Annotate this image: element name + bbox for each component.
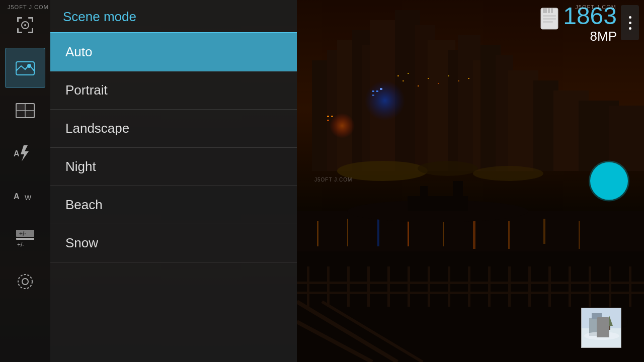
sidebar-item-flash[interactable]: A [5, 133, 45, 173]
svg-rect-115 [543, 15, 556, 17]
svg-rect-69 [528, 266, 531, 307]
svg-rect-116 [543, 18, 556, 20]
sidebar-item-settings[interactable] [5, 261, 45, 302]
svg-text:+/-: +/- [19, 230, 26, 237]
storage-icon [540, 6, 559, 33]
svg-rect-66 [468, 266, 470, 307]
svg-rect-22 [317, 221, 318, 246]
svg-point-109 [22, 279, 28, 285]
sidebar-item-wb[interactable]: A W [5, 176, 45, 216]
svg-rect-23 [347, 219, 348, 246]
svg-rect-89 [17, 28, 19, 33]
svg-point-126 [598, 328, 604, 336]
svg-rect-44 [428, 78, 429, 79]
svg-rect-24 [377, 216, 379, 246]
svg-point-31 [365, 80, 405, 121]
svg-rect-55 [420, 186, 428, 211]
svg-rect-72 [589, 266, 591, 307]
svg-rect-70 [548, 266, 551, 307]
svg-rect-41 [403, 80, 404, 81]
svg-rect-85 [17, 17, 19, 22]
thumbnail-preview[interactable] [581, 308, 621, 348]
svg-rect-68 [508, 266, 511, 307]
svg-rect-47 [458, 80, 459, 81]
filter-icon [14, 100, 36, 122]
svg-rect-37 [327, 116, 329, 117]
svg-marker-102 [21, 145, 29, 161]
svg-rect-74 [629, 266, 631, 307]
svg-rect-87 [32, 17, 33, 22]
svg-rect-62 [387, 266, 390, 307]
svg-rect-46 [448, 75, 449, 76]
svg-point-125 [584, 332, 619, 340]
svg-rect-48 [468, 78, 469, 79]
sidebar: A A W +/- +/- [0, 0, 50, 362]
svg-rect-119 [582, 308, 621, 328]
svg-rect-45 [438, 83, 439, 84]
svg-rect-34 [376, 90, 378, 92]
wb-icon: A W [13, 185, 38, 207]
svg-rect-33 [372, 90, 374, 92]
scene-panel: Scene mode Auto Portrait Landscape Night… [50, 0, 297, 362]
svg-rect-114 [551, 8, 553, 13]
svg-rect-60 [347, 266, 350, 307]
capture-button[interactable] [590, 162, 628, 200]
svg-text:+/-: +/- [17, 241, 24, 248]
svg-rect-73 [609, 266, 611, 307]
sidebar-item-focus[interactable] [5, 5, 45, 45]
scene-item-night[interactable]: Night [50, 148, 297, 186]
svg-point-127 [599, 326, 603, 330]
watermark-center: J5OFT J.COM [314, 177, 352, 183]
watermark-top-left: J5OFT J.COM [8, 4, 49, 10]
svg-rect-40 [397, 75, 399, 76]
settings-icon [14, 270, 36, 293]
svg-rect-71 [569, 266, 571, 307]
sidebar-item-filter[interactable] [5, 90, 45, 131]
svg-rect-43 [418, 85, 419, 86]
svg-rect-25 [408, 221, 409, 246]
svg-rect-29 [543, 219, 545, 244]
svg-rect-28 [508, 221, 510, 249]
svg-rect-61 [367, 266, 370, 307]
svg-rect-99 [16, 111, 25, 118]
scene-mode-title: Scene mode [50, 0, 297, 33]
scene-item-auto[interactable]: Auto [50, 33, 297, 71]
svg-rect-122 [592, 313, 602, 319]
shot-count-block: 1863 8MP [563, 4, 617, 45]
svg-rect-98 [25, 104, 34, 111]
svg-rect-65 [448, 266, 450, 307]
scene-item-portrait[interactable]: Portrait [50, 71, 297, 110]
svg-point-50 [418, 161, 478, 176]
svg-point-32 [330, 113, 355, 138]
more-options-button[interactable] [621, 5, 639, 40]
scene-icon [14, 57, 36, 79]
sidebar-item-exposure[interactable]: +/- +/- [5, 219, 45, 259]
scene-item-snow[interactable]: Snow [50, 224, 297, 262]
svg-rect-39 [327, 120, 329, 121]
svg-rect-54 [453, 181, 463, 211]
svg-rect-64 [428, 266, 430, 307]
svg-rect-83 [621, 327, 626, 342]
svg-rect-42 [408, 73, 409, 74]
sidebar-item-scene[interactable] [5, 48, 45, 88]
thumbnail-image [582, 308, 621, 347]
top-right-info: 1863 8MP [540, 4, 639, 45]
svg-point-95 [27, 64, 31, 68]
svg-rect-124 [608, 326, 610, 330]
svg-point-51 [473, 166, 543, 181]
svg-text:W: W [25, 194, 32, 202]
scene-item-landscape[interactable]: Landscape [50, 110, 297, 148]
more-dot-1 [629, 16, 631, 19]
svg-rect-63 [408, 266, 410, 307]
svg-rect-113 [548, 8, 550, 13]
svg-text:A: A [14, 192, 20, 201]
more-dot-2 [629, 22, 631, 24]
svg-rect-30 [579, 221, 580, 249]
svg-rect-59 [327, 266, 330, 307]
watermark-top-right: J5OFT J.COM [575, 4, 616, 10]
focus-icon [14, 14, 36, 36]
svg-rect-105 [16, 238, 34, 240]
scene-item-beach[interactable]: Beach [50, 186, 297, 224]
svg-rect-38 [331, 116, 333, 117]
svg-rect-58 [307, 266, 309, 307]
